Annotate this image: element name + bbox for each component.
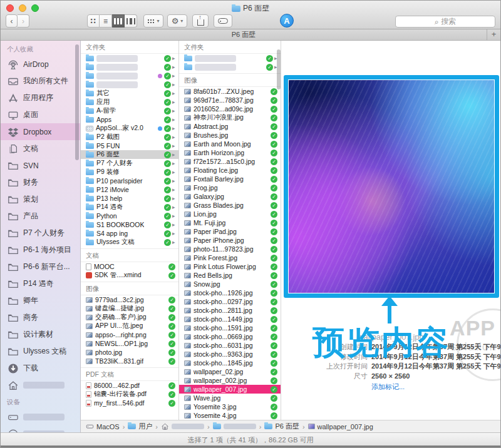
file-row[interactable]: 8fa601b7...ZXU.jpeg✓ <box>179 87 281 96</box>
path-item-p6-面壁[interactable]: P6 面壁 <box>264 422 299 431</box>
folder-row[interactable]: P13 help✓▸ <box>81 194 178 203</box>
folder-row[interactable]: P7 个人财务✓▸ <box>81 159 178 168</box>
file-row[interactable]: 交易确...客户).jpg✓ <box>81 313 178 322</box>
file-row[interactable]: 9779ad...3c2.jpg✓ <box>81 295 178 304</box>
file-row[interactable]: Abstract.jpg✓ <box>179 122 281 131</box>
path-item[interactable] <box>161 422 204 430</box>
file-row[interactable]: 锦囊-出行装备.pdf✓ <box>81 390 178 399</box>
folder-row[interactable]: Apps✓▸ <box>81 115 178 124</box>
sidebar-item-下载[interactable]: 下载 <box>1 360 80 377</box>
preview-image[interactable] <box>289 80 494 293</box>
path-item-macos[interactable]: MacOS <box>86 422 120 430</box>
sidebar-item[interactable] <box>1 409 80 425</box>
file-row[interactable]: wallpaper_007.jpg✓ <box>179 385 281 394</box>
tab-p6[interactable]: P6 面壁 <box>1 29 487 40</box>
sidebar-item-产品[interactable]: 产品 <box>1 208 80 225</box>
folder-row[interactable]: P10 pearlspider✓▸ <box>81 176 178 185</box>
sidebar-scrollbar[interactable] <box>75 44 79 160</box>
folder-row[interactable]: P9 装修✓▸ <box>81 168 178 176</box>
coverflow-view-button[interactable] <box>125 14 137 28</box>
file-row[interactable]: stock-pho...1591.jpg✓ <box>179 323 281 332</box>
file-row[interactable]: AppSol...家 v2.0✓▸ <box>81 124 178 133</box>
file-row[interactable]: MOOC✓ <box>81 262 178 271</box>
sidebar-item-策划[interactable]: 策划 <box>1 191 80 208</box>
file-row[interactable]: Wave.jpg✓ <box>179 394 281 402</box>
folder-row[interactable]: A-留学✓▸ <box>81 106 178 115</box>
folder-row[interactable]: P2 截图✓▸ <box>81 133 178 141</box>
file-row[interactable]: Red Bells.jpg✓ <box>179 271 281 280</box>
file-row[interactable]: my_first...546.pdf✓ <box>81 399 178 407</box>
file-row[interactable]: Galaxy.jpg✓ <box>179 192 281 201</box>
file-row[interactable]: Paper iPhone.jpg✓ <box>179 236 281 245</box>
file-row[interactable]: Snow.jpg✓ <box>179 280 281 288</box>
folder-row[interactable]: Python✓▸ <box>81 211 178 220</box>
file-row[interactable]: Grass Blades.jpg✓ <box>179 201 281 210</box>
folder-row[interactable]: P12 iMovie✓▸ <box>81 185 178 194</box>
arrange-button[interactable]: ▾ <box>143 14 163 28</box>
folder-row[interactable]: P14 遇奇✓▸ <box>81 203 178 211</box>
file-row[interactable]: Floating Ice.jpg✓ <box>179 166 281 175</box>
sidebar-item-商务[interactable]: 商务 <box>1 309 80 326</box>
file-row[interactable]: Earth and Moon.jpg✓ <box>179 140 281 148</box>
file-row[interactable]: Lion.jpg✓ <box>179 210 281 218</box>
file-row[interactable]: photo-11...97823.jpg✓ <box>179 245 281 253</box>
sidebar-item-桌面[interactable]: 桌面 <box>1 106 80 123</box>
file-row[interactable]: Paper iPad.jpg✓ <box>179 227 281 236</box>
file-row[interactable]: stock-pho...1449.jpg✓ <box>179 315 281 323</box>
file-row[interactable]: stock-pho...2811.jpg✓ <box>179 306 281 315</box>
folder-row[interactable]: ✓▸ <box>81 80 178 89</box>
folder-row[interactable]: ✓▸ <box>81 54 178 63</box>
folder-row[interactable]: ✓▸ <box>179 63 281 71</box>
file-row[interactable]: Pink Lotus Flower.jpg✓ <box>179 262 281 271</box>
file-row[interactable]: Yosemite 3.jpg✓ <box>179 402 281 411</box>
forward-button[interactable]: › <box>18 14 29 28</box>
column-2-scrollbar[interactable] <box>277 49 281 89</box>
share-button[interactable] <box>192 14 209 28</box>
file-row[interactable]: stock-pho...1926.jpg✓ <box>179 288 281 297</box>
file-row[interactable]: 2016052...ad09c.jpg✓ <box>179 104 281 113</box>
folder-row[interactable]: 应用✓▸ <box>81 98 178 106</box>
folder-row[interactable]: ✓▸ <box>81 63 178 71</box>
sidebar-item-我的所有文件[interactable]: 我的所有文件 <box>1 73 80 89</box>
file-row[interactable]: stock-pho...6031.jpg✓ <box>179 341 281 350</box>
folder-row[interactable]: P6 面壁✓▸ <box>81 150 178 159</box>
file-row[interactable]: APP UI...范.jpeg✓ <box>81 322 178 330</box>
file-row[interactable]: wallpaper_02.jpg✓ <box>179 367 281 376</box>
folder-row[interactable]: 其它✓▸ <box>81 89 178 98</box>
sidebar-item-ulysses-文稿[interactable]: Ulysses 文稿 <box>1 343 80 360</box>
file-row[interactable]: Earth Horizon.jpg✓ <box>179 148 281 157</box>
file-row[interactable]: 86000...462.pdf✓ <box>81 381 178 390</box>
sidebar-item-卿年[interactable]: 卿年 <box>1 292 80 309</box>
file-row[interactable]: Frog.jpg✓ <box>179 183 281 192</box>
new-tab-button[interactable]: + <box>487 29 500 40</box>
column-view-button[interactable] <box>112 14 125 28</box>
file-row[interactable]: 神奈川冲浪里.jpg✓ <box>179 113 281 122</box>
sidebar-item-dropbox[interactable]: Dropbox <box>1 123 80 140</box>
file-row[interactable]: SDK 管....xmind✓ <box>81 271 178 280</box>
add-tags-link[interactable]: 添加标记... <box>371 382 405 392</box>
sidebar-item-svn[interactable]: SVN <box>1 157 80 174</box>
sidebar-item-设计素材[interactable]: 设计素材 <box>1 326 80 343</box>
file-row[interactable]: stock-pho...9363.jpg✓ <box>179 350 281 359</box>
file-row[interactable]: Foxtail Barley.jpg✓ <box>179 175 281 183</box>
file-row[interactable]: Yosemite 4.jpg✓ <box>179 411 281 420</box>
sidebar-item-应用程序[interactable]: 应用程序 <box>1 89 80 106</box>
sidebar-item-p7-个人财务[interactable]: P7 个人财务 <box>1 225 80 242</box>
file-row[interactable]: photo.jpg✓ <box>81 348 178 357</box>
file-row[interactable]: 969d71e...78837.jpg✓ <box>179 96 281 104</box>
path-item-wallpaper_007.jpg[interactable]: wallpaper_007.jpg <box>308 423 373 430</box>
folder-row[interactable]: S1 BOOKBOOK✓▸ <box>81 220 178 229</box>
icon-view-button[interactable]: ∷ <box>87 14 100 28</box>
sidebar-item-p14-遇奇[interactable]: P14 遇奇 <box>1 275 80 292</box>
folder-row[interactable]: S4 app ing✓▸ <box>81 229 178 238</box>
list-view-button[interactable]: ≡ <box>100 14 112 28</box>
file-row[interactable]: stock-pho...0669.jpg✓ <box>179 332 281 341</box>
path-item[interactable] <box>213 423 256 430</box>
folder-row[interactable]: P5 FUN✓▸ <box>81 141 178 150</box>
file-row[interactable]: Pink Forest.jpg✓ <box>179 253 281 262</box>
sidebar-item-文稿[interactable]: 文稿 <box>1 140 80 157</box>
file-row[interactable]: stock-pho...0297.jpg✓ <box>179 297 281 306</box>
tags-button[interactable] <box>214 14 232 28</box>
folder-row[interactable]: Ulysses 文稿✓▸ <box>81 238 178 247</box>
file-row[interactable]: appso-...right.png✓ <box>81 330 178 339</box>
